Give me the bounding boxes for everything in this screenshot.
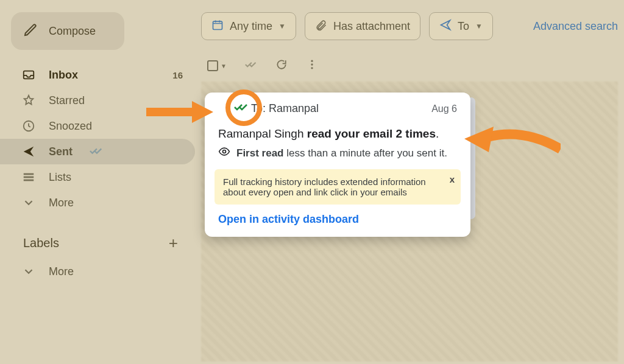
info-close-button[interactable]: x xyxy=(450,174,455,184)
popup-header-row: To: Ramanpal Aug 6 xyxy=(205,93,470,122)
svg-rect-4 xyxy=(24,180,34,181)
popup-title-name: Ramanpal Singh xyxy=(218,127,307,140)
calendar-icon xyxy=(211,19,224,34)
nav-lists-label: Lists xyxy=(49,171,71,184)
mail-toolbar: ▼ xyxy=(201,52,618,78)
lists-icon xyxy=(22,170,35,184)
svg-rect-3 xyxy=(24,177,34,178)
inbox-icon xyxy=(22,68,35,82)
labels-header: Labels + xyxy=(0,215,195,259)
first-read-rest: less than a minute after you sent it. xyxy=(283,147,447,159)
labels-title: Labels xyxy=(23,236,59,250)
nav-more-label: More xyxy=(49,197,74,209)
nav-inbox-label: Inbox xyxy=(49,69,78,82)
add-label-button[interactable]: + xyxy=(169,234,178,253)
svg-point-7 xyxy=(311,63,313,65)
advanced-search-link[interactable]: Advanced search xyxy=(533,20,618,33)
double-check-green-icon xyxy=(234,102,249,115)
star-icon xyxy=(22,94,35,107)
popup-read-summary: Ramanpal Singh read your email 2 times. xyxy=(205,122,470,144)
popup-date: Aug 6 xyxy=(431,103,457,114)
chip-to[interactable]: To ▼ xyxy=(429,12,493,40)
popup-title-suffix: . xyxy=(436,127,439,140)
pencil-icon xyxy=(23,23,38,40)
nav-more[interactable]: More xyxy=(0,190,195,215)
labels-more[interactable]: More xyxy=(0,259,195,284)
tracking-popup: To: Ramanpal Aug 6 Ramanpal Singh read y… xyxy=(205,93,470,237)
svg-point-9 xyxy=(223,150,226,153)
nav-starred-label: Starred xyxy=(49,94,85,107)
more-options-icon[interactable] xyxy=(306,58,318,73)
chevron-down-icon xyxy=(22,196,35,209)
clock-icon xyxy=(22,119,35,133)
double-check-icon xyxy=(90,145,103,158)
double-check-icon[interactable] xyxy=(245,58,257,73)
nav-inbox-badge: 16 xyxy=(172,70,183,80)
popup-to-name: Ramanpal xyxy=(269,102,319,114)
sidebar: Compose Inbox 16 Starred Snoozed Sen xyxy=(0,0,195,364)
chevron-down-icon xyxy=(22,265,35,278)
svg-point-6 xyxy=(311,60,313,62)
chip-any-time-label: Any time xyxy=(230,20,272,33)
refresh-icon[interactable] xyxy=(275,58,288,73)
tracking-info-box: Full tracking history includes extended … xyxy=(214,169,461,205)
nav-snoozed[interactable]: Snoozed xyxy=(0,113,195,139)
chip-attachment-label: Has attachment xyxy=(333,20,410,33)
caret-down-icon: ▼ xyxy=(278,22,286,30)
compose-button[interactable]: Compose xyxy=(11,12,124,50)
nav-sent[interactable]: Sent xyxy=(0,139,195,164)
popup-title-bold: read your email 2 times xyxy=(307,127,436,140)
eye-icon xyxy=(218,145,230,161)
svg-rect-5 xyxy=(213,21,222,29)
sent-icon xyxy=(22,145,35,158)
svg-point-8 xyxy=(311,67,313,69)
popup-to-prefix: To: xyxy=(251,102,269,114)
chip-any-time[interactable]: Any time ▼ xyxy=(201,12,296,40)
attachment-icon xyxy=(315,19,327,34)
send-icon xyxy=(439,19,452,34)
chip-to-label: To xyxy=(458,20,469,33)
open-dashboard-link[interactable]: Open in activity dashboard xyxy=(205,211,470,237)
svg-rect-2 xyxy=(24,173,34,175)
nav-sent-label: Sent xyxy=(49,145,73,158)
chip-has-attachment[interactable]: Has attachment xyxy=(305,12,420,40)
caret-down-icon: ▼ xyxy=(475,22,483,30)
select-all-checkbox[interactable]: ▼ xyxy=(207,60,227,71)
nav-lists[interactable]: Lists xyxy=(0,164,195,190)
popup-first-read: First read less than a minute after you … xyxy=(205,144,470,169)
info-text: Full tracking history includes extended … xyxy=(223,177,426,197)
nav-starred[interactable]: Starred xyxy=(0,88,195,113)
nav-inbox[interactable]: Inbox 16 xyxy=(0,62,195,88)
filter-row: Any time ▼ Has attachment To ▼ Advanced … xyxy=(201,12,618,40)
first-read-label: First read xyxy=(236,147,283,159)
labels-more-label: More xyxy=(49,265,74,278)
nav-snoozed-label: Snoozed xyxy=(49,120,92,133)
compose-label: Compose xyxy=(49,25,96,38)
